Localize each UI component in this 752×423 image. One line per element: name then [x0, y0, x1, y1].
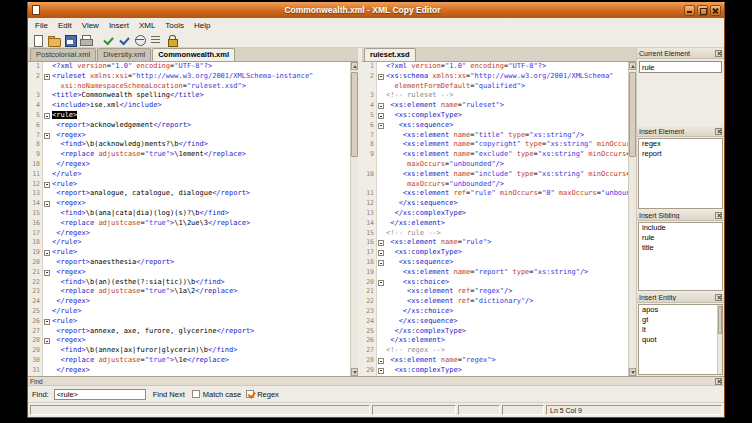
validate-icon[interactable]: [117, 34, 131, 47]
list-item-rule[interactable]: rule: [639, 233, 722, 243]
menu-item-help[interactable]: Help: [189, 20, 215, 31]
regex-checkbox[interactable]: Regex: [246, 390, 279, 399]
list-item-lt[interactable]: lt: [639, 325, 722, 335]
close-button[interactable]: [710, 5, 721, 16]
open-file-icon[interactable]: [47, 34, 61, 47]
code-line[interactable]: 11</rule>: [28, 170, 350, 180]
code-line[interactable]: maxOccurs="unbounded"/>: [362, 160, 628, 170]
tab-diversity-xml[interactable]: Diversity.xml: [97, 48, 151, 61]
close-find-pane-button[interactable]: [715, 378, 722, 385]
code-line[interactable]: maxOccurs="unbounded"/>: [362, 180, 628, 190]
list-item-title[interactable]: title: [639, 243, 722, 253]
code-line[interactable]: 28 <xs:element name="regex">: [362, 356, 628, 366]
code-line[interactable]: elementFormDefault="qualified">: [362, 82, 628, 92]
code-line[interactable]: 2<ruleset xmlns:xsi="http://www.w3.org/2…: [28, 72, 350, 82]
menu-item-insert[interactable]: Insert: [104, 20, 134, 31]
fold-toggle-icon[interactable]: [378, 368, 384, 374]
code-line[interactable]: 8 <find>\b(acknowledg)ments?\b</find>: [28, 140, 350, 150]
code-line[interactable]: 7 <xs:element name="title" type="xs:stri…: [362, 131, 628, 141]
scrollbar-thumb[interactable]: [629, 72, 636, 157]
fold-toggle-icon[interactable]: [378, 358, 384, 364]
check-wellformed-icon[interactable]: [101, 34, 115, 47]
minimize-button[interactable]: [684, 5, 695, 16]
scroll-up-icon[interactable]: [351, 62, 358, 70]
vertical-scrollbar[interactable]: [717, 305, 722, 374]
code-line[interactable]: 26<rule>: [28, 317, 350, 327]
code-line[interactable]: 14 </xs:element>: [362, 219, 628, 229]
code-line[interactable]: 12 </xs:sequence>: [362, 199, 628, 209]
print-icon[interactable]: [79, 34, 93, 47]
current-element-input[interactable]: [639, 61, 722, 73]
code-line[interactable]: 26 </xs:element>: [362, 336, 628, 346]
close-panel-button[interactable]: [715, 212, 722, 219]
code-area[interactable]: 1<?xml version="1.0" encoding="UTF-8"?>2…: [28, 62, 350, 376]
code-line[interactable]: 4<include>ise.xml</include>: [28, 101, 350, 111]
code-line[interactable]: 25 </xs:complexType>: [362, 327, 628, 337]
code-line[interactable]: 4 <xs:element name="ruleset">: [362, 101, 628, 111]
list-item-quot[interactable]: quot: [639, 335, 722, 345]
code-line[interactable]: 7 <regex>: [28, 131, 350, 141]
code-line[interactable]: 22 <xs:element ref="dictionary"/>: [362, 297, 628, 307]
fold-toggle-icon[interactable]: [44, 113, 50, 119]
close-panel-button[interactable]: [715, 50, 722, 57]
code-line[interactable]: 19<rule>: [28, 248, 350, 258]
code-line[interactable]: 27<!-- regex -->: [362, 346, 628, 356]
code-line[interactable]: 13 </xs:complexType>: [362, 209, 628, 219]
save-icon[interactable]: [63, 34, 77, 47]
code-line[interactable]: 25</rule>: [28, 307, 350, 317]
fold-toggle-icon[interactable]: [44, 338, 50, 344]
code-line[interactable]: 27 <report>annexe, axe, furore, glycerin…: [28, 327, 350, 337]
code-line[interactable]: 17 </regex>: [28, 229, 350, 239]
code-line[interactable]: 20 <report>anaesthesia</report>: [28, 258, 350, 268]
title-bar[interactable]: Commonwealth.xml - XML Copy Editor: [28, 2, 724, 18]
fold-toggle-icon[interactable]: [44, 74, 50, 80]
code-line[interactable]: 15<!-- rule -->: [362, 229, 628, 239]
code-line[interactable]: 29 <find>\b(annex|ax|furor|glycerin)\b</…: [28, 346, 350, 356]
fold-toggle-icon[interactable]: [44, 201, 50, 207]
code-line[interactable]: 15 <find>\b(ana|cata|dia)(log)(s)?\b</fi…: [28, 209, 350, 219]
fold-toggle-icon[interactable]: [378, 240, 384, 246]
code-line[interactable]: 9 <xs:element name="exclude" type="xs:st…: [362, 150, 628, 160]
list-item-report[interactable]: report: [639, 149, 722, 159]
code-line[interactable]: 18</rule>: [28, 238, 350, 248]
tab-commonwealth-xml[interactable]: Commonwealth.xml: [152, 48, 235, 61]
tab-ruleset-xsd[interactable]: ruleset.xsd: [364, 48, 416, 61]
fold-toggle-icon[interactable]: [44, 182, 50, 188]
code-line[interactable]: 1<?xml version="1.0" encoding="UTF-8"?>: [362, 62, 628, 72]
editor-right[interactable]: 1<?xml version="1.0" encoding="UTF-8"?>2…: [362, 62, 636, 376]
fold-toggle-icon[interactable]: [378, 113, 384, 119]
tab-postcolonial-xml[interactable]: Postcolonial.xml: [30, 48, 96, 61]
menu-item-view[interactable]: View: [77, 20, 104, 31]
code-line[interactable]: 31 </regex>: [28, 366, 350, 376]
editor-left[interactable]: 1<?xml version="1.0" encoding="UTF-8"?>2…: [28, 62, 358, 376]
fold-toggle-icon[interactable]: [378, 123, 384, 129]
code-line[interactable]: 9 <replace adjustcase="true">\1ement</re…: [28, 150, 350, 160]
menu-item-file[interactable]: File: [30, 20, 53, 31]
pretty-print-icon[interactable]: [149, 34, 163, 47]
fold-toggle-icon[interactable]: [44, 270, 50, 276]
lock-tags-icon[interactable]: [165, 34, 179, 47]
scroll-up-icon[interactable]: [629, 62, 636, 70]
fold-toggle-icon[interactable]: [44, 250, 50, 256]
close-panel-button[interactable]: [715, 128, 722, 135]
code-line[interactable]: 22 <find>\b(an)(esthe(?:sia|tic))\b</fin…: [28, 278, 350, 288]
fold-toggle-icon[interactable]: [378, 260, 384, 266]
code-line[interactable]: 24 </xs:sequence>: [362, 317, 628, 327]
browse-icon[interactable]: [133, 34, 147, 47]
fold-toggle-icon[interactable]: [378, 250, 384, 256]
close-panel-button[interactable]: [715, 294, 722, 301]
fold-toggle-icon[interactable]: [378, 74, 384, 80]
code-line[interactable]: 10 <xs:element name="include" type="xs:s…: [362, 170, 628, 180]
code-line[interactable]: 23 </xs:choice>: [362, 307, 628, 317]
code-area[interactable]: 1<?xml version="1.0" encoding="UTF-8"?>2…: [362, 62, 628, 376]
fold-toggle-icon[interactable]: [378, 103, 384, 109]
scroll-down-icon[interactable]: [351, 368, 358, 376]
code-line[interactable]: 14 <regex>: [28, 199, 350, 209]
code-line[interactable]: 3<title>Commonwealth spelling</title>: [28, 91, 350, 101]
code-line[interactable]: 28 <regex>: [28, 336, 350, 346]
menu-item-edit[interactable]: Edit: [53, 20, 77, 31]
code-line[interactable]: 23 <replace adjustcase="true">\1a\2</rep…: [28, 287, 350, 297]
code-line[interactable]: 13 <report>analogue, catalogue, dialogue…: [28, 189, 350, 199]
find-input[interactable]: [54, 389, 146, 400]
list-item-regex[interactable]: regex: [639, 139, 722, 149]
